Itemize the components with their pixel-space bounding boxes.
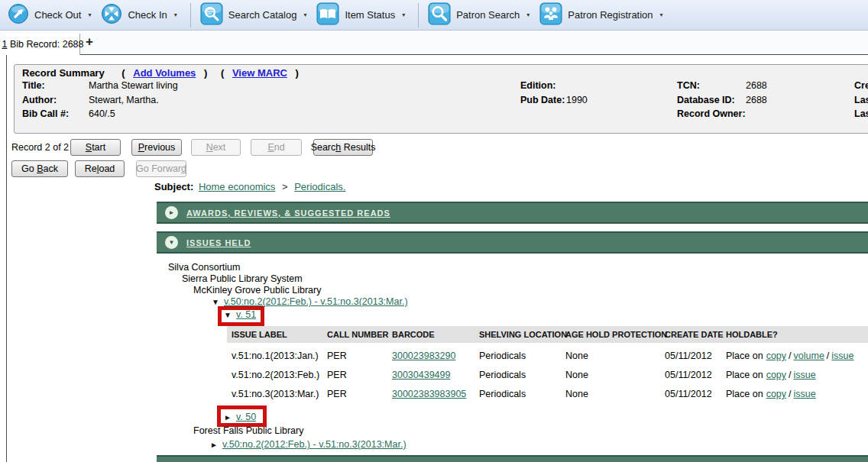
call-number-cell: PER bbox=[327, 370, 347, 380]
call-number-cell: PER bbox=[327, 351, 347, 361]
previous-button[interactable]: Previous bbox=[131, 139, 182, 156]
section-issues-held[interactable]: ▼ ISSUES HELD bbox=[157, 231, 868, 254]
create-date-cell: 05/11/2012 bbox=[665, 351, 712, 361]
next-button: Next bbox=[191, 139, 241, 156]
section-awards-label[interactable]: AWARDS, REVIEWS, & SUGGESTED READS bbox=[186, 208, 390, 218]
volume-range-forest-falls: ►v.50:no.2(2012:Feb.) - v.51:no.3(2013:M… bbox=[210, 439, 406, 450]
call-number-cell: PER bbox=[327, 389, 347, 399]
bib-call-label: Bib Call #: bbox=[22, 108, 69, 119]
chevron-down-icon[interactable]: ▾ bbox=[174, 11, 177, 18]
author-value: Stewart, Martha. bbox=[89, 95, 159, 105]
author-label: Author: bbox=[22, 95, 57, 105]
tcn-label: TCN: bbox=[677, 80, 700, 91]
chevron-down-icon[interactable]: ▾ bbox=[402, 11, 405, 18]
place-hold-copy-link[interactable]: copy bbox=[766, 389, 786, 399]
item-status-label: Item Status bbox=[345, 9, 395, 21]
subject-label: Subject: bbox=[154, 181, 193, 192]
patron-search-button[interactable]: Patron Search ▾ bbox=[425, 2, 536, 29]
reload-button[interactable]: Reload bbox=[75, 160, 125, 177]
chevron-down-icon[interactable]: ▾ bbox=[303, 11, 306, 18]
separator: / bbox=[789, 370, 791, 380]
record-summary-header: Record Summary ( Add Volumes ) ( View MA… bbox=[22, 67, 304, 79]
barcode-link[interactable]: 30002383983905 bbox=[392, 389, 466, 399]
col-holdable: HOLDABLE? bbox=[726, 330, 778, 339]
section-awards-reviews[interactable]: ► AWARDS, REVIEWS, & SUGGESTED READS bbox=[157, 202, 868, 224]
chevron-down-icon[interactable]: ▾ bbox=[526, 11, 530, 18]
check-out-button[interactable]: Check Out ▾ bbox=[5, 2, 98, 29]
paren: ) bbox=[204, 67, 207, 79]
section-issues-held-label[interactable]: ISSUES HELD bbox=[186, 238, 251, 247]
holdable-prefix: Place on bbox=[726, 370, 763, 380]
view-marc-link[interactable]: View MARC bbox=[232, 67, 287, 79]
paren: ) bbox=[296, 67, 299, 79]
staff-client-window: Check Out ▾ Check In ▾ bbox=[0, 0, 868, 462]
content-top-border bbox=[6, 54, 868, 55]
patron-registration-button[interactable]: Patron Registration ▾ bbox=[536, 2, 669, 29]
subject-link-periodicals[interactable]: Periodicals. bbox=[294, 181, 345, 192]
issue-row: v.51:no.3(2013:Mar.) PER 30002383983905 … bbox=[227, 386, 868, 405]
edition-label: Edition: bbox=[520, 80, 556, 91]
barcode-link[interactable]: 300023983290 bbox=[392, 351, 455, 361]
holdable-prefix: Place on bbox=[726, 351, 763, 361]
tab-bib-record[interactable]: 1 Bib Record: 2688 bbox=[6, 34, 80, 55]
search-catalog-button[interactable]: Search Catalog ▾ bbox=[197, 2, 314, 29]
paren: ( bbox=[221, 67, 224, 79]
age-hold-cell: None bbox=[565, 370, 588, 380]
age-hold-cell: None bbox=[565, 351, 588, 361]
subject-link-home-economics[interactable]: Home economics bbox=[199, 181, 275, 192]
collapse-triangle-icon[interactable]: ▼ bbox=[212, 298, 219, 306]
volume-range-link[interactable]: v.50:no.2(2012:Feb.) - v.51:no.3(2013:Ma… bbox=[222, 439, 406, 450]
go-back-button[interactable]: Go Back bbox=[11, 160, 68, 177]
barcode-link[interactable]: 30030439499 bbox=[392, 370, 450, 380]
place-hold-issue-link[interactable]: issue bbox=[794, 370, 816, 380]
item-status-button[interactable]: Item Status ▾ bbox=[313, 2, 412, 29]
collapse-icon[interactable]: ▼ bbox=[165, 236, 178, 249]
shelving-location-cell: Periodicals bbox=[479, 351, 526, 361]
place-hold-issue-link[interactable]: issue bbox=[831, 351, 853, 361]
chevron-down-icon[interactable]: ▾ bbox=[88, 11, 91, 18]
separator: / bbox=[789, 389, 791, 399]
create-date-cell: 05/11/2012 bbox=[665, 370, 712, 380]
new-tab-button[interactable]: + bbox=[86, 34, 93, 50]
place-hold-copy-link[interactable]: copy bbox=[766, 370, 786, 380]
separator: / bbox=[827, 351, 829, 361]
add-volumes-link[interactable]: Add Volumes bbox=[133, 67, 196, 79]
database-id-label: Database ID: bbox=[677, 95, 735, 105]
record-summary-title: Record Summary bbox=[22, 67, 105, 79]
place-hold-copy-link[interactable]: copy bbox=[766, 351, 786, 361]
tab-bar bbox=[0, 31, 868, 55]
title-value: Martha Stewart living bbox=[89, 80, 178, 91]
paren: ( bbox=[121, 67, 125, 79]
pub-date-label: Pub Date: bbox=[520, 95, 565, 105]
title-label: Title: bbox=[22, 80, 45, 91]
chevron-down-icon[interactable]: ▾ bbox=[660, 11, 663, 18]
col-create-date: CREATE DATE bbox=[665, 330, 724, 339]
place-hold-issue-link[interactable]: issue bbox=[794, 389, 816, 399]
tcn-value: 2688 bbox=[746, 80, 767, 91]
clipped-label: Las bbox=[854, 95, 868, 105]
patron-registration-icon bbox=[539, 2, 562, 28]
search-results-button[interactable]: Search Results bbox=[313, 139, 373, 156]
check-in-button[interactable]: Check In ▾ bbox=[98, 2, 183, 29]
volume-range-link[interactable]: v.50:no.2(2012:Feb.) - v.51:no.3(2013:Ma… bbox=[224, 296, 408, 307]
search-catalog-label: Search Catalog bbox=[228, 9, 297, 21]
expand-icon[interactable]: ► bbox=[165, 206, 178, 219]
annotation-box-v51 bbox=[218, 306, 264, 326]
go-forward-button: Go Forward bbox=[136, 160, 186, 177]
check-in-label: Check In bbox=[128, 9, 167, 21]
col-age-hold-protection: AGE HOLD PROTECTION bbox=[565, 330, 667, 339]
pub-date-value: 1990 bbox=[566, 95, 588, 105]
section-bar-clipped bbox=[157, 455, 868, 462]
expand-triangle-icon[interactable]: ► bbox=[210, 441, 218, 449]
place-hold-volume-link[interactable]: volume bbox=[794, 351, 824, 361]
volume-range-mckinley: ▼v.50:no.2(2012:Feb.) - v.51:no.3(2013:M… bbox=[212, 296, 408, 307]
org-mckinley-grove: McKinley Grove Public Library bbox=[193, 285, 321, 296]
start-button[interactable]: Start bbox=[70, 139, 121, 156]
issues-table-header: ISSUE LABEL CALL NUMBER BARCODE SHELVING… bbox=[227, 326, 868, 343]
holdable-cell: Place oncopy/issue bbox=[726, 389, 816, 399]
search-catalog-icon bbox=[200, 2, 223, 28]
issue-label-cell: v.51:no.1(2013:Jan.) bbox=[232, 351, 319, 361]
toolbar-separator bbox=[190, 3, 191, 27]
check-out-icon bbox=[8, 3, 29, 27]
content-left-border bbox=[6, 54, 7, 462]
